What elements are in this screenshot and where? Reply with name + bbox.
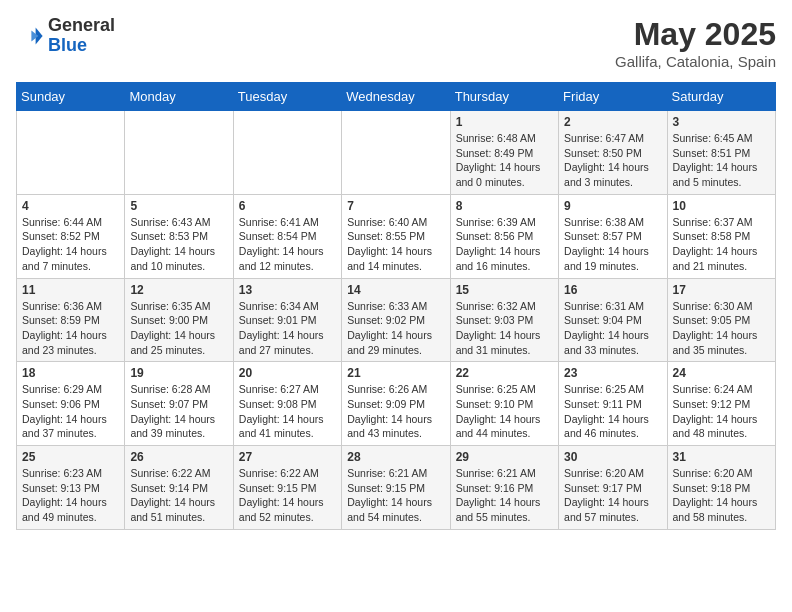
day-number: 1 (456, 115, 553, 129)
day-info: Sunrise: 6:23 AMSunset: 9:13 PMDaylight:… (22, 466, 119, 525)
day-cell: 3Sunrise: 6:45 AMSunset: 8:51 PMDaylight… (667, 111, 775, 195)
day-number: 16 (564, 283, 661, 297)
day-info: Sunrise: 6:20 AMSunset: 9:17 PMDaylight:… (564, 466, 661, 525)
day-cell (17, 111, 125, 195)
day-info: Sunrise: 6:22 AMSunset: 9:14 PMDaylight:… (130, 466, 227, 525)
day-number: 31 (673, 450, 770, 464)
day-cell: 17Sunrise: 6:30 AMSunset: 9:05 PMDayligh… (667, 278, 775, 362)
day-info: Sunrise: 6:38 AMSunset: 8:57 PMDaylight:… (564, 215, 661, 274)
day-cell (342, 111, 450, 195)
day-info: Sunrise: 6:27 AMSunset: 9:08 PMDaylight:… (239, 382, 336, 441)
day-info: Sunrise: 6:29 AMSunset: 9:06 PMDaylight:… (22, 382, 119, 441)
weekday-thursday: Thursday (450, 83, 558, 111)
week-row-3: 11Sunrise: 6:36 AMSunset: 8:59 PMDayligh… (17, 278, 776, 362)
day-cell: 13Sunrise: 6:34 AMSunset: 9:01 PMDayligh… (233, 278, 341, 362)
weekday-header-row: SundayMondayTuesdayWednesdayThursdayFrid… (17, 83, 776, 111)
day-info: Sunrise: 6:45 AMSunset: 8:51 PMDaylight:… (673, 131, 770, 190)
day-info: Sunrise: 6:25 AMSunset: 9:11 PMDaylight:… (564, 382, 661, 441)
day-cell: 24Sunrise: 6:24 AMSunset: 9:12 PMDayligh… (667, 362, 775, 446)
day-cell: 12Sunrise: 6:35 AMSunset: 9:00 PMDayligh… (125, 278, 233, 362)
day-info: Sunrise: 6:24 AMSunset: 9:12 PMDaylight:… (673, 382, 770, 441)
calendar-header: SundayMondayTuesdayWednesdayThursdayFrid… (17, 83, 776, 111)
day-number: 10 (673, 199, 770, 213)
day-cell: 31Sunrise: 6:20 AMSunset: 9:18 PMDayligh… (667, 446, 775, 530)
weekday-saturday: Saturday (667, 83, 775, 111)
day-cell: 7Sunrise: 6:40 AMSunset: 8:55 PMDaylight… (342, 194, 450, 278)
day-cell: 20Sunrise: 6:27 AMSunset: 9:08 PMDayligh… (233, 362, 341, 446)
day-cell: 8Sunrise: 6:39 AMSunset: 8:56 PMDaylight… (450, 194, 558, 278)
day-cell: 26Sunrise: 6:22 AMSunset: 9:14 PMDayligh… (125, 446, 233, 530)
logo-icon (16, 22, 44, 50)
day-info: Sunrise: 6:33 AMSunset: 9:02 PMDaylight:… (347, 299, 444, 358)
day-info: Sunrise: 6:48 AMSunset: 8:49 PMDaylight:… (456, 131, 553, 190)
logo: General Blue (16, 16, 115, 56)
day-cell: 23Sunrise: 6:25 AMSunset: 9:11 PMDayligh… (559, 362, 667, 446)
day-info: Sunrise: 6:43 AMSunset: 8:53 PMDaylight:… (130, 215, 227, 274)
week-row-2: 4Sunrise: 6:44 AMSunset: 8:52 PMDaylight… (17, 194, 776, 278)
month-title: May 2025 (615, 16, 776, 53)
day-number: 6 (239, 199, 336, 213)
day-cell: 18Sunrise: 6:29 AMSunset: 9:06 PMDayligh… (17, 362, 125, 446)
day-number: 11 (22, 283, 119, 297)
day-cell (233, 111, 341, 195)
day-info: Sunrise: 6:21 AMSunset: 9:16 PMDaylight:… (456, 466, 553, 525)
day-info: Sunrise: 6:25 AMSunset: 9:10 PMDaylight:… (456, 382, 553, 441)
day-info: Sunrise: 6:32 AMSunset: 9:03 PMDaylight:… (456, 299, 553, 358)
day-number: 2 (564, 115, 661, 129)
day-info: Sunrise: 6:40 AMSunset: 8:55 PMDaylight:… (347, 215, 444, 274)
day-cell: 28Sunrise: 6:21 AMSunset: 9:15 PMDayligh… (342, 446, 450, 530)
day-number: 21 (347, 366, 444, 380)
day-cell: 9Sunrise: 6:38 AMSunset: 8:57 PMDaylight… (559, 194, 667, 278)
day-cell: 29Sunrise: 6:21 AMSunset: 9:16 PMDayligh… (450, 446, 558, 530)
day-number: 23 (564, 366, 661, 380)
week-row-1: 1Sunrise: 6:48 AMSunset: 8:49 PMDaylight… (17, 111, 776, 195)
week-row-4: 18Sunrise: 6:29 AMSunset: 9:06 PMDayligh… (17, 362, 776, 446)
day-number: 24 (673, 366, 770, 380)
day-info: Sunrise: 6:30 AMSunset: 9:05 PMDaylight:… (673, 299, 770, 358)
day-info: Sunrise: 6:28 AMSunset: 9:07 PMDaylight:… (130, 382, 227, 441)
day-cell: 10Sunrise: 6:37 AMSunset: 8:58 PMDayligh… (667, 194, 775, 278)
weekday-sunday: Sunday (17, 83, 125, 111)
day-cell (125, 111, 233, 195)
day-number: 25 (22, 450, 119, 464)
day-info: Sunrise: 6:26 AMSunset: 9:09 PMDaylight:… (347, 382, 444, 441)
day-number: 27 (239, 450, 336, 464)
day-info: Sunrise: 6:41 AMSunset: 8:54 PMDaylight:… (239, 215, 336, 274)
day-cell: 14Sunrise: 6:33 AMSunset: 9:02 PMDayligh… (342, 278, 450, 362)
day-info: Sunrise: 6:44 AMSunset: 8:52 PMDaylight:… (22, 215, 119, 274)
day-number: 19 (130, 366, 227, 380)
day-info: Sunrise: 6:31 AMSunset: 9:04 PMDaylight:… (564, 299, 661, 358)
day-cell: 21Sunrise: 6:26 AMSunset: 9:09 PMDayligh… (342, 362, 450, 446)
day-info: Sunrise: 6:34 AMSunset: 9:01 PMDaylight:… (239, 299, 336, 358)
logo-blue-text: Blue (48, 35, 87, 55)
day-info: Sunrise: 6:47 AMSunset: 8:50 PMDaylight:… (564, 131, 661, 190)
day-cell: 22Sunrise: 6:25 AMSunset: 9:10 PMDayligh… (450, 362, 558, 446)
day-number: 7 (347, 199, 444, 213)
day-cell: 19Sunrise: 6:28 AMSunset: 9:07 PMDayligh… (125, 362, 233, 446)
logo-text: General Blue (48, 16, 115, 56)
day-cell: 16Sunrise: 6:31 AMSunset: 9:04 PMDayligh… (559, 278, 667, 362)
day-number: 15 (456, 283, 553, 297)
logo-general-text: General (48, 15, 115, 35)
day-info: Sunrise: 6:20 AMSunset: 9:18 PMDaylight:… (673, 466, 770, 525)
day-cell: 6Sunrise: 6:41 AMSunset: 8:54 PMDaylight… (233, 194, 341, 278)
weekday-friday: Friday (559, 83, 667, 111)
day-number: 4 (22, 199, 119, 213)
day-cell: 4Sunrise: 6:44 AMSunset: 8:52 PMDaylight… (17, 194, 125, 278)
day-number: 14 (347, 283, 444, 297)
day-cell: 2Sunrise: 6:47 AMSunset: 8:50 PMDaylight… (559, 111, 667, 195)
day-number: 18 (22, 366, 119, 380)
day-info: Sunrise: 6:37 AMSunset: 8:58 PMDaylight:… (673, 215, 770, 274)
day-number: 13 (239, 283, 336, 297)
day-cell: 5Sunrise: 6:43 AMSunset: 8:53 PMDaylight… (125, 194, 233, 278)
day-info: Sunrise: 6:22 AMSunset: 9:15 PMDaylight:… (239, 466, 336, 525)
day-number: 17 (673, 283, 770, 297)
day-number: 20 (239, 366, 336, 380)
day-number: 3 (673, 115, 770, 129)
day-number: 12 (130, 283, 227, 297)
day-cell: 1Sunrise: 6:48 AMSunset: 8:49 PMDaylight… (450, 111, 558, 195)
day-cell: 27Sunrise: 6:22 AMSunset: 9:15 PMDayligh… (233, 446, 341, 530)
title-block: May 2025 Gallifa, Catalonia, Spain (615, 16, 776, 70)
calendar-table: SundayMondayTuesdayWednesdayThursdayFrid… (16, 82, 776, 530)
day-info: Sunrise: 6:36 AMSunset: 8:59 PMDaylight:… (22, 299, 119, 358)
